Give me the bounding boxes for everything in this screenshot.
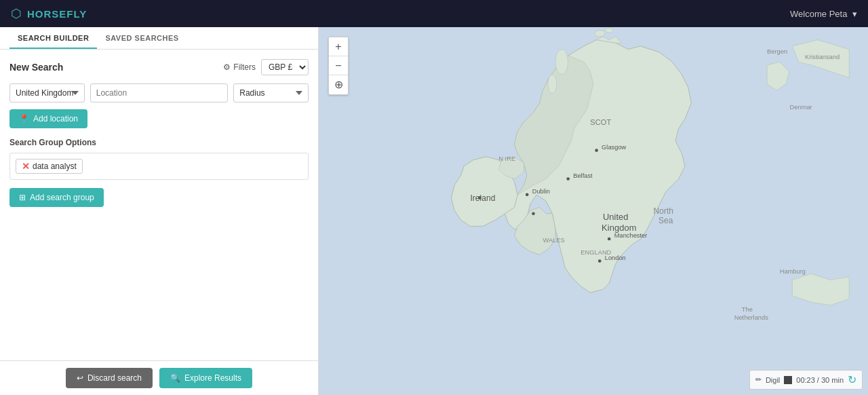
horsefly-icon: ⬡ (11, 6, 22, 21)
discard-label: Discard search (87, 373, 142, 383)
welcome-area: Welcome Peta ▾ (790, 9, 857, 19)
tag-close-icon[interactable]: ✕ (22, 162, 30, 171)
header-right: ⚙ Filters GBP £ (223, 59, 309, 75)
refresh-icon[interactable]: ↻ (848, 373, 856, 386)
tag-label: data analyst (33, 162, 77, 171)
svg-text:Kristiansand: Kristiansand (805, 54, 840, 60)
map-area[interactable]: Glasgow Belfast Dublin Manchester London… (319, 27, 868, 395)
tab-bar: SEARCH BUILDER SAVED SEARCHES (0, 27, 318, 50)
svg-text:United: United (603, 212, 629, 222)
svg-text:The: The (742, 306, 753, 313)
svg-text:ENGLAND: ENGLAND (580, 249, 611, 256)
svg-text:Kingdom: Kingdom (601, 223, 636, 233)
edit-icon[interactable]: ✏ (755, 375, 762, 384)
bottom-bar: ↩ Discard search 🔍 Explore Results (0, 360, 318, 395)
explore-results-button[interactable]: 🔍 Explore Results (159, 368, 252, 388)
filters-button[interactable]: ⚙ Filters (223, 62, 256, 72)
left-panel: SEARCH BUILDER SAVED SEARCHES New Search… (0, 27, 319, 395)
welcome-text: Welcome Peta (790, 9, 847, 19)
svg-point-4 (548, 75, 557, 94)
tags-area[interactable]: ✕ data analyst (9, 153, 309, 180)
reset-button[interactable]: ⊕ (329, 75, 348, 94)
country-select[interactable]: United Kingdom (9, 83, 85, 102)
add-location-label: Add location (33, 114, 78, 124)
digi-label: Digil (766, 376, 780, 384)
filters-label: Filters (233, 62, 256, 72)
black-square-icon (784, 376, 792, 384)
tab-search-builder[interactable]: SEARCH BUILDER (9, 27, 97, 49)
zoom-out-button[interactable]: − (329, 56, 348, 75)
add-search-group-label: Add search group (30, 193, 94, 202)
svg-text:Manchester: Manchester (614, 232, 648, 239)
svg-text:Bergen: Bergen (767, 48, 787, 55)
location-row: United Kingdom Radius (9, 83, 309, 102)
welcome-caret-icon: ▾ (852, 9, 857, 19)
discard-icon: ↩ (77, 373, 83, 383)
top-nav: ⬡ HORSEFLY Welcome Peta ▾ (0, 0, 868, 27)
radius-select[interactable]: Radius (233, 83, 309, 102)
add-search-group-icon: ⊞ (19, 193, 26, 202)
svg-text:Sea: Sea (658, 216, 673, 225)
discard-search-button[interactable]: ↩ Discard search (66, 368, 153, 388)
svg-text:North: North (653, 206, 673, 216)
svg-point-2 (606, 28, 613, 33)
svg-text:Dublin: Dublin (532, 188, 550, 195)
currency-select[interactable]: GBP £ (261, 59, 309, 75)
tab-saved-searches[interactable]: SAVED SEARCHES (97, 27, 186, 49)
svg-text:SCOT: SCOT (590, 118, 611, 126)
map-svg: Glasgow Belfast Dublin Manchester London… (319, 27, 868, 395)
zoom-in-button[interactable]: + (329, 37, 348, 56)
add-search-group-button[interactable]: ⊞ Add search group (9, 188, 104, 207)
logo-text: HORSEFLY (27, 8, 87, 20)
svg-point-7 (526, 193, 529, 196)
svg-text:Denmar: Denmar (790, 104, 812, 111)
svg-point-9 (608, 238, 611, 241)
location-pin-icon: 📍 (19, 114, 29, 124)
map-bottom-bar: ✏ Digil 00:23 / 30 min ↻ (749, 370, 863, 390)
explore-label: Explore Results (184, 373, 241, 383)
explore-icon: 🔍 (170, 373, 180, 383)
svg-text:WALES: WALES (542, 237, 564, 244)
new-search-label: New Search (9, 62, 63, 73)
svg-point-6 (566, 177, 570, 181)
logo-area: ⬡ HORSEFLY (11, 6, 87, 21)
svg-point-5 (595, 149, 598, 152)
timer-label: 00:23 / 30 min (796, 376, 844, 384)
svg-text:Glasgow: Glasgow (601, 144, 626, 151)
filters-icon: ⚙ (223, 62, 231, 72)
svg-point-8 (532, 212, 535, 215)
search-group-options-label: Search Group Options (9, 138, 309, 147)
main-layout: SEARCH BUILDER SAVED SEARCHES New Search… (0, 27, 868, 395)
svg-text:Hamburg: Hamburg (780, 268, 806, 275)
svg-point-10 (598, 259, 601, 263)
svg-point-1 (595, 31, 605, 37)
svg-text:Belfast: Belfast (573, 172, 593, 179)
svg-text:Ireland: Ireland (470, 193, 495, 203)
panel-content: New Search ⚙ Filters GBP £ United Kingdo… (0, 50, 318, 360)
svg-text:N IRE: N IRE (498, 155, 515, 162)
tag-data-analyst: ✕ data analyst (16, 159, 83, 174)
map-controls: + − ⊕ (328, 37, 349, 95)
location-input[interactable] (90, 83, 229, 102)
svg-text:Netherlands: Netherlands (734, 314, 768, 321)
svg-point-3 (555, 50, 568, 75)
panel-header: New Search ⚙ Filters GBP £ (9, 59, 309, 75)
add-location-button[interactable]: 📍 Add location (9, 109, 87, 128)
